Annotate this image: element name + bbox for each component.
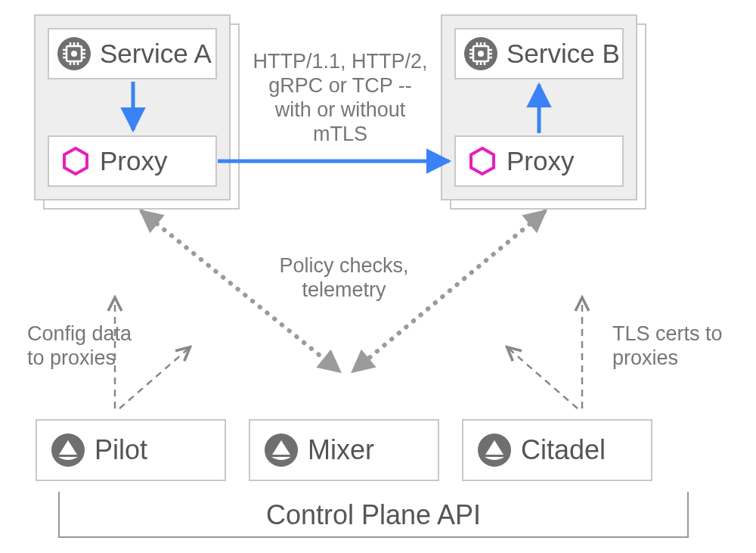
proxy-b-box: Proxy bbox=[455, 136, 623, 186]
protocol-annotation: HTTP/1.1, HTTP/2, gRPC or TCP -- with or… bbox=[253, 50, 427, 145]
svg-text:TLS certs to: TLS certs to bbox=[612, 322, 723, 345]
citadel-box: Citadel bbox=[463, 420, 652, 480]
pilot-label: Pilot bbox=[94, 434, 147, 465]
chip-icon bbox=[57, 37, 91, 70]
svg-text:telemetry: telemetry bbox=[302, 278, 386, 301]
config-annotation: Config data to proxies bbox=[27, 322, 132, 369]
mixer-label: Mixer bbox=[308, 434, 374, 465]
chip-icon bbox=[464, 37, 497, 70]
svg-text:gRPC or TCP --: gRPC or TCP -- bbox=[268, 74, 412, 97]
service-a-box: Service A bbox=[48, 29, 216, 79]
citadel-label: Citadel bbox=[521, 434, 606, 465]
pod-b: Service B Proxy bbox=[442, 15, 646, 209]
policy-annotation: Policy checks, telemetry bbox=[279, 254, 408, 301]
control-plane-bracket: Control Plane API bbox=[59, 492, 688, 537]
sailboat-icon bbox=[51, 433, 85, 467]
svg-text:HTTP/1.1, HTTP/2,: HTTP/1.1, HTTP/2, bbox=[253, 50, 427, 73]
service-b-box: Service B bbox=[455, 29, 623, 79]
svg-text:to proxies: to proxies bbox=[27, 346, 116, 369]
sailboat-icon bbox=[478, 433, 511, 467]
architecture-diagram: Service A Proxy Service B Proxy bbox=[0, 0, 756, 553]
dashed-citadel-diag bbox=[508, 348, 578, 409]
mixer-box: Mixer bbox=[249, 420, 438, 480]
proxy-b-label: Proxy bbox=[507, 146, 575, 176]
proxy-a-label: Proxy bbox=[100, 146, 168, 176]
pilot-box: Pilot bbox=[36, 420, 225, 480]
service-a-label: Service A bbox=[100, 39, 212, 68]
svg-text:Config data: Config data bbox=[27, 322, 132, 345]
pod-a: Service A Proxy bbox=[35, 15, 239, 209]
proxy-a-box: Proxy bbox=[48, 136, 216, 186]
svg-text:mTLS: mTLS bbox=[313, 123, 367, 145]
service-b-label: Service B bbox=[507, 39, 620, 68]
sailboat-icon bbox=[265, 433, 298, 467]
dashed-pilot-diag bbox=[119, 348, 189, 409]
tls-annotation: TLS certs to proxies bbox=[612, 322, 723, 369]
control-plane-api-label: Control Plane API bbox=[266, 499, 481, 530]
svg-text:Policy checks,: Policy checks, bbox=[279, 254, 408, 277]
svg-text:proxies: proxies bbox=[612, 346, 678, 369]
svg-text:with or without: with or without bbox=[274, 98, 406, 121]
